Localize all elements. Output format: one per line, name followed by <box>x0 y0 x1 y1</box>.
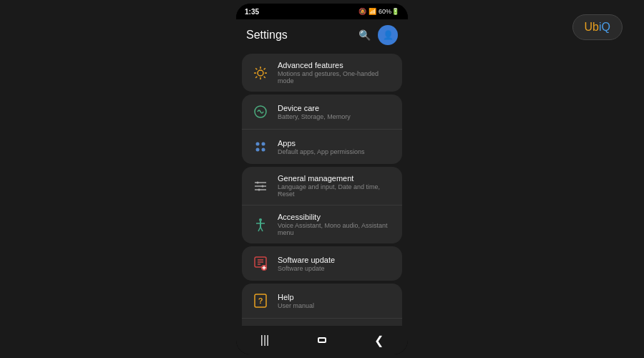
accessibility-title: Accessibility <box>278 213 394 221</box>
svg-point-0 <box>258 70 263 76</box>
help-subtitle: User manual <box>278 302 394 309</box>
menu-nav-icon[interactable]: ||| <box>260 334 269 347</box>
apps-text: Apps Default apps, App permissions <box>278 139 394 155</box>
svg-point-20 <box>259 218 262 221</box>
status-bar: 1:35 🔕 📶 60%🔋 <box>236 4 408 19</box>
page-title: Settings <box>246 29 288 42</box>
accessibility-text: Accessibility Voice Assistant, Mono audi… <box>278 213 394 236</box>
help-title: Help <box>278 293 394 301</box>
settings-group-2: Device care Battery, Storage, Memory App… <box>242 95 402 164</box>
settings-group-4: Software update Software update <box>242 246 402 281</box>
svg-line-24 <box>260 227 263 231</box>
settings-item-help[interactable]: ? Help User manual <box>242 284 402 319</box>
svg-point-18 <box>262 185 264 187</box>
software-update-icon <box>250 253 270 274</box>
svg-point-10 <box>256 142 260 146</box>
svg-line-5 <box>255 68 257 69</box>
settings-item-general[interactable]: General management Language and input, D… <box>242 167 402 205</box>
software-update-subtitle: Software update <box>278 265 394 272</box>
battery-icon: 60%🔋 <box>379 8 399 15</box>
avatar-icon: 👤 <box>383 30 394 40</box>
settings-item-advanced[interactable]: Advanced features Motions and gestures, … <box>242 54 402 92</box>
svg-point-13 <box>262 148 265 152</box>
svg-line-6 <box>264 76 265 77</box>
advanced-text: Advanced features Motions and gestures, … <box>278 61 394 84</box>
general-icon <box>250 176 270 196</box>
settings-list: Advanced features Motions and gestures, … <box>236 51 408 326</box>
settings-group-5: ? Help User manual i About phone S <box>242 284 402 326</box>
general-title: General management <box>278 174 394 183</box>
settings-group-3: General management Language and input, D… <box>242 167 402 243</box>
back-nav-icon[interactable]: ❮ <box>374 334 384 347</box>
device-care-subtitle: Battery, Storage, Memory <box>278 113 394 120</box>
software-update-title: Software update <box>278 256 394 264</box>
device-care-icon <box>250 102 270 122</box>
advanced-icon <box>250 63 270 83</box>
wifi-icon: 📶 <box>369 8 376 15</box>
general-text: General management Language and input, D… <box>278 174 394 198</box>
accessibility-subtitle: Voice Assistant, Mono audio, Assistant m… <box>278 222 394 236</box>
svg-line-23 <box>258 227 260 231</box>
phone-frame: 1:35 🔕 📶 60%🔋 Settings 🔍 👤 <box>236 4 408 354</box>
mute-icon: 🔕 <box>358 8 366 15</box>
general-subtitle: Language and input, Date and time, Reset <box>278 183 394 198</box>
svg-point-17 <box>257 181 259 183</box>
svg-line-8 <box>255 76 257 77</box>
svg-point-11 <box>262 142 265 146</box>
status-icons: 🔕 📶 60%🔋 <box>358 8 399 15</box>
svg-text:?: ? <box>258 296 263 305</box>
device-care-title: Device care <box>278 104 394 112</box>
settings-group-1: Advanced features Motions and gestures, … <box>242 54 402 92</box>
apps-icon <box>250 137 270 157</box>
status-time: 1:35 <box>245 8 259 16</box>
settings-item-device-care[interactable]: Device care Battery, Storage, Memory <box>242 95 402 130</box>
search-icon[interactable]: 🔍 <box>358 29 371 41</box>
help-icon: ? <box>250 291 270 311</box>
settings-item-apps[interactable]: Apps Default apps, App permissions <box>242 130 402 164</box>
settings-item-software-update[interactable]: Software update Software update <box>242 246 402 281</box>
advanced-subtitle: Motions and gestures, One-handed mode <box>278 70 394 84</box>
advanced-title: Advanced features <box>278 61 394 69</box>
profile-avatar[interactable]: 👤 <box>378 25 398 45</box>
settings-item-accessibility[interactable]: Accessibility Voice Assistant, Mono audi… <box>242 205 402 243</box>
help-text: Help User manual <box>278 293 394 309</box>
logo-area: UbiQ <box>572 14 623 40</box>
app-bar-icons: 🔍 👤 <box>358 25 398 45</box>
settings-item-about[interactable]: i About phone Status, Legal information,… <box>242 319 402 326</box>
svg-point-12 <box>256 148 260 152</box>
apps-title: Apps <box>278 139 394 147</box>
accessibility-icon <box>250 215 270 235</box>
device-care-text: Device care Battery, Storage, Memory <box>278 104 394 120</box>
svg-point-19 <box>258 188 260 190</box>
software-update-text: Software update Software update <box>278 256 394 272</box>
app-bar: Settings 🔍 👤 <box>236 19 408 51</box>
logo-text: UbiQ <box>585 21 610 33</box>
nav-bar: ||| ❮ <box>236 326 408 354</box>
svg-line-7 <box>264 68 265 69</box>
apps-subtitle: Default apps, App permissions <box>278 148 394 155</box>
home-nav-icon[interactable] <box>318 337 326 343</box>
